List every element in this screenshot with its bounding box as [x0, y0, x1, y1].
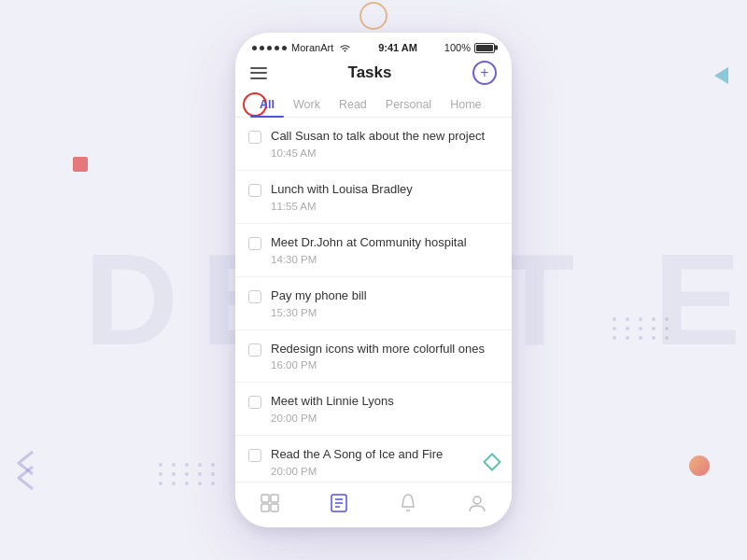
nav-dashboard[interactable] — [249, 490, 290, 516]
task-time-7: 20:00 PM — [271, 466, 497, 477]
task-time-2: 11:55 AM — [271, 201, 497, 212]
task-content-4: Pay my phone bill 15:30 PM — [271, 288, 497, 318]
task-title-1: Call Susan to talk about the new project — [271, 129, 497, 145]
task-title-4: Pay my phone bill — [271, 288, 497, 304]
battery-fill — [476, 45, 493, 51]
task-content-5: Redesign icons with more colorfull ones … — [271, 342, 497, 371]
tasks-icon — [328, 492, 350, 514]
bg-letter-e: E — [654, 224, 740, 375]
task-content-1: Call Susan to talk about the new project… — [271, 129, 497, 159]
task-item-1[interactable]: Call Susan to talk about the new project… — [235, 118, 512, 171]
tab-read[interactable]: Read — [330, 92, 376, 117]
bg-circle-top — [359, 2, 388, 30]
dashboard-icon — [259, 492, 281, 514]
bg-dots-bottom — [159, 463, 218, 485]
menu-button[interactable] — [250, 67, 267, 79]
hamburger-line-2 — [250, 72, 267, 74]
hamburger-line-3 — [250, 77, 267, 79]
nav-tasks[interactable] — [318, 490, 359, 516]
bg-triangle-icon — [714, 67, 728, 84]
task-item-3[interactable]: Meet Dr.John at Community hospital 14:30… — [235, 224, 512, 277]
svg-rect-1 — [271, 495, 278, 502]
task-time-4: 15:30 PM — [271, 307, 497, 318]
bell-icon — [397, 492, 419, 514]
task-item-5[interactable]: Redesign icons with more colorfull ones … — [235, 330, 512, 384]
task-title-6: Meet with Linnie Lyons — [271, 394, 497, 410]
bottom-nav — [235, 482, 512, 527]
tab-all[interactable]: All — [250, 92, 284, 117]
task-item-4[interactable]: Pay my phone bill 15:30 PM — [235, 277, 512, 330]
app-header: Tasks + — [235, 57, 512, 92]
svg-rect-3 — [271, 504, 278, 511]
task-title-3: Meet Dr.John at Community hospital — [271, 235, 497, 251]
bg-letter-d: D — [84, 224, 178, 375]
task-checkbox-6[interactable] — [248, 396, 261, 409]
task-content-2: Lunch with Louisa Bradley 11:55 AM — [271, 182, 497, 212]
tab-bar: All Work Read Personal Home — [235, 92, 512, 118]
svg-rect-0 — [261, 495, 269, 502]
task-item-7[interactable]: Read the A Song of Ice and Fire 20:00 PM — [235, 436, 512, 482]
bg-square-red — [73, 157, 88, 172]
task-time-6: 20:00 PM — [271, 413, 497, 424]
bg-chevron-icon — [17, 450, 49, 495]
task-content-7: Read the A Song of Ice and Fire 20:00 PM — [271, 447, 497, 477]
task-content-6: Meet with Linnie Lyons 20:00 PM — [271, 394, 497, 424]
task-item-6[interactable]: Meet with Linnie Lyons 20:00 PM — [235, 383, 512, 436]
add-task-button[interactable]: + — [472, 61, 497, 85]
status-right: 100% — [444, 42, 495, 53]
battery-percent: 100% — [444, 42, 471, 53]
status-time: 9:41 AM — [378, 42, 417, 53]
task-title-2: Lunch with Louisa Bradley — [271, 182, 497, 198]
signal-dot-1 — [252, 46, 257, 50]
task-time-1: 10:45 AM — [271, 147, 497, 159]
tab-home[interactable]: Home — [441, 92, 490, 117]
signal-dot-2 — [260, 46, 264, 50]
battery-icon — [474, 43, 495, 53]
bg-dots-right — [613, 317, 672, 340]
svg-rect-2 — [261, 504, 269, 511]
page-title: Tasks — [348, 63, 392, 82]
task-checkbox-5[interactable] — [248, 343, 261, 357]
tab-work[interactable]: Work — [284, 92, 330, 117]
task-title-7: Read the A Song of Ice and Fire — [271, 447, 497, 463]
task-time-3: 14:30 PM — [271, 254, 497, 265]
carrier-label: MoranArt — [291, 42, 333, 53]
hamburger-line-1 — [250, 67, 267, 69]
task-content-3: Meet Dr.John at Community hospital 14:30… — [271, 235, 497, 265]
signal-dot-5 — [282, 46, 287, 50]
svg-point-9 — [473, 497, 481, 504]
nav-profile[interactable] — [457, 490, 498, 516]
status-left: MoranArt — [252, 42, 351, 53]
task-time-5: 16:00 PM — [271, 359, 497, 371]
wifi-icon — [339, 43, 351, 52]
task-checkbox-3[interactable] — [248, 237, 261, 250]
task-list: Call Susan to talk about the new project… — [235, 118, 512, 482]
task-checkbox-7[interactable] — [248, 449, 261, 462]
task-checkbox-1[interactable] — [248, 131, 261, 144]
task-checkbox-4[interactable] — [248, 290, 261, 303]
bg-circle-bottom — [689, 455, 710, 476]
tab-personal[interactable]: Personal — [376, 92, 441, 117]
signal-dot-4 — [275, 46, 279, 50]
task-item-2[interactable]: Lunch with Louisa Bradley 11:55 AM — [235, 171, 512, 224]
profile-icon — [466, 492, 488, 514]
task-checkbox-2[interactable] — [248, 184, 261, 197]
signal-dot-3 — [267, 46, 272, 50]
nav-notifications[interactable] — [388, 490, 429, 516]
phone-frame: MoranArt 9:41 AM 100% Tasks + All — [235, 33, 512, 527]
status-bar: MoranArt 9:41 AM 100% — [235, 33, 512, 57]
task-title-5: Redesign icons with more colorfull ones — [271, 342, 497, 357]
